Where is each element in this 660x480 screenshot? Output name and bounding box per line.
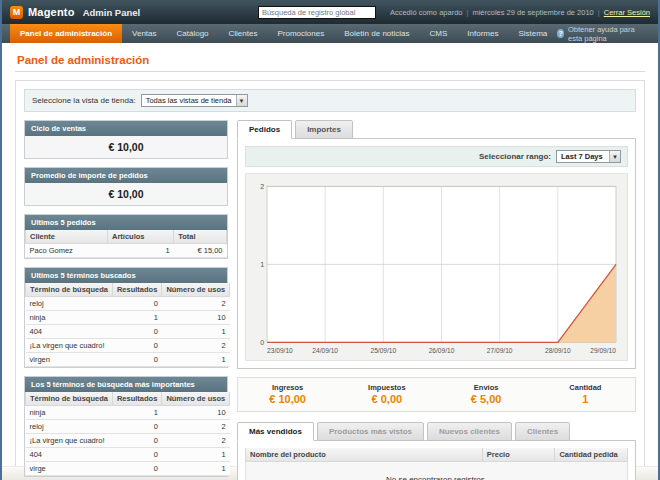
last-orders-table: Cliente Artículos Total Paco Gomez 1 € 1… bbox=[25, 230, 227, 258]
tab-bestsellers[interactable]: Más vendidos bbox=[237, 422, 314, 441]
lifetime-sales-box: Ciclo de ventas € 10,00 bbox=[24, 120, 228, 159]
cell-uses: 2 bbox=[162, 339, 230, 353]
cell-uses: 2 bbox=[162, 434, 230, 448]
column-header: Nombre del producto bbox=[246, 448, 483, 462]
total-label: Cantidad bbox=[536, 383, 635, 392]
top-search-table: Término de búsqueda Resultados Número de… bbox=[25, 392, 230, 476]
nav-item-dashboard[interactable]: Panel de administración bbox=[10, 24, 122, 43]
store-switcher-bar: Seleccione la vista de tienda: Todas las… bbox=[24, 89, 636, 112]
store-switcher-label: Seleccione la vista de tienda: bbox=[32, 96, 136, 105]
table-row[interactable]: 404 0 1 bbox=[26, 325, 230, 339]
cell-term: virge bbox=[26, 462, 113, 476]
page-title: Panel de administración bbox=[17, 54, 645, 66]
tab-amounts[interactable]: Importes bbox=[295, 120, 353, 139]
cell-term: ninja bbox=[26, 311, 113, 325]
help-label: Obtener ayuda para esta página bbox=[568, 25, 648, 43]
table-row[interactable]: reloj 0 2 bbox=[26, 297, 230, 311]
dropdown-arrow-icon: ▼ bbox=[236, 95, 247, 106]
table-row[interactable]: ninja 1 10 bbox=[26, 406, 230, 420]
global-search-input[interactable] bbox=[258, 6, 376, 19]
cell-term: ¡La virgen que cuadro! bbox=[26, 434, 113, 448]
header-bar: M Magento Admin Panel Accedió como apard… bbox=[2, 0, 658, 24]
tab-orders[interactable]: Pedidos bbox=[237, 120, 292, 139]
table-row[interactable]: reloj 0 2 bbox=[26, 420, 230, 434]
svg-text:27/09/10: 27/09/10 bbox=[487, 347, 513, 354]
header-user-info: Accedió como apardo | miércoles 29 de se… bbox=[390, 8, 650, 17]
column-header: Resultados bbox=[112, 283, 161, 297]
table-row[interactable]: ninja 1 10 bbox=[26, 311, 230, 325]
cell-term: 404 bbox=[26, 325, 113, 339]
svg-text:0: 0 bbox=[260, 339, 264, 347]
help-link[interactable]: ? Obtener ayuda para esta página bbox=[557, 24, 658, 43]
store-view-select[interactable]: Todas las vistas de tienda ▼ bbox=[141, 94, 248, 107]
logged-in-as: Accedió como apardo bbox=[390, 8, 463, 17]
last-orders-title: Ultimos 5 pedidos bbox=[25, 215, 227, 230]
column-header: Término de búsqueda bbox=[26, 283, 113, 297]
average-order-value: € 10,00 bbox=[25, 183, 227, 205]
cell-term: ¡La virgen que cuadro! bbox=[26, 339, 113, 353]
lifetime-sales-value: € 10,00 bbox=[25, 136, 227, 158]
cell-customer: Paco Gomez bbox=[26, 244, 108, 258]
logout-link[interactable]: Cerrar Sesión bbox=[604, 8, 650, 17]
store-view-select-value: Todas las vistas de tienda bbox=[142, 96, 236, 105]
cell-uses: 10 bbox=[162, 311, 230, 325]
chart-panel: Seleccionar rango: Last 7 Days ▼ 01223/0… bbox=[237, 138, 636, 369]
tab-new-customers[interactable]: Nuevos clientes bbox=[427, 422, 512, 441]
main-nav: Panel de administración Ventas Catálogo … bbox=[2, 24, 658, 43]
help-icon: ? bbox=[557, 29, 564, 38]
cell-uses: 2 bbox=[162, 297, 230, 311]
top-search-title: Los 5 términos de búsqueda más important… bbox=[25, 377, 227, 392]
tab-most-viewed[interactable]: Productos más vistos bbox=[317, 422, 424, 441]
table-row[interactable]: ¡La virgen que cuadro! 0 2 bbox=[26, 434, 230, 448]
svg-text:25/09/10: 25/09/10 bbox=[371, 347, 397, 354]
logo-subtitle: Admin Panel bbox=[83, 7, 141, 18]
nav-item-catalog[interactable]: Catálogo bbox=[167, 24, 219, 43]
cell-uses: 1 bbox=[162, 462, 230, 476]
nav-item-sales[interactable]: Ventas bbox=[122, 24, 166, 43]
cell-term: virgen bbox=[26, 353, 113, 367]
tab-customers[interactable]: Clientes bbox=[515, 422, 570, 441]
total-value: € 0,00 bbox=[337, 393, 436, 405]
average-order-box: Promedio de importe de pedidos € 10,00 bbox=[24, 167, 228, 206]
nav-item-system[interactable]: Sistema bbox=[508, 24, 557, 43]
last-search-table: Término de búsqueda Resultados Número de… bbox=[25, 283, 230, 367]
table-row[interactable]: virge 0 1 bbox=[26, 462, 230, 476]
cell-term: ninja bbox=[26, 406, 113, 420]
nav-item-reports[interactable]: Informes bbox=[457, 24, 508, 43]
table-row[interactable]: virgen 0 1 bbox=[26, 353, 230, 367]
lifetime-sales-title: Ciclo de ventas bbox=[25, 121, 227, 136]
nav-item-customers[interactable]: Clientes bbox=[219, 24, 268, 43]
cell-results: 0 bbox=[112, 448, 161, 462]
svg-text:23/09/10: 23/09/10 bbox=[267, 347, 293, 354]
total-quantity: Cantidad 1 bbox=[536, 383, 635, 405]
total-value: € 10,00 bbox=[238, 393, 337, 405]
products-panel: Nombre del producto Precio Cantidad pedi… bbox=[237, 440, 636, 480]
column-header: Número de usos bbox=[162, 283, 230, 297]
table-row[interactable]: Paco Gomez 1 € 15,00 bbox=[26, 244, 227, 258]
range-select[interactable]: Last 7 Days ▼ bbox=[556, 150, 621, 163]
svg-text:29/09/10: 29/09/10 bbox=[590, 347, 616, 354]
cell-uses: 1 bbox=[162, 353, 230, 367]
nav-item-promotions[interactable]: Promociones bbox=[267, 24, 334, 43]
nav-item-cms[interactable]: CMS bbox=[420, 24, 458, 43]
svg-text:1: 1 bbox=[260, 261, 264, 269]
cell-uses: 2 bbox=[162, 420, 230, 434]
total-value: 1 bbox=[536, 393, 635, 405]
separator: | bbox=[598, 8, 600, 17]
svg-text:2: 2 bbox=[260, 183, 264, 191]
cell-uses: 10 bbox=[162, 406, 230, 420]
dashboard-container: Seleccione la vista de tienda: Todas las… bbox=[15, 80, 645, 480]
range-select-value: Last 7 Days bbox=[557, 152, 609, 161]
cell-term: 404 bbox=[26, 448, 113, 462]
cell-results: 0 bbox=[112, 434, 161, 448]
cell-total: € 15,00 bbox=[174, 244, 227, 258]
cell-items: 1 bbox=[107, 244, 173, 258]
content-area: Panel de administración Seleccione la vi… bbox=[2, 43, 658, 466]
table-row[interactable]: ¡La virgen que cuadro! 0 2 bbox=[26, 339, 230, 353]
cell-results: 0 bbox=[112, 325, 161, 339]
nav-item-newsletter[interactable]: Boletín de noticias bbox=[334, 24, 419, 43]
table-row[interactable]: 404 0 1 bbox=[26, 448, 230, 462]
orders-chart: 01223/09/1024/09/1025/09/1026/09/1027/09… bbox=[250, 178, 623, 356]
column-header: Artículos bbox=[107, 230, 173, 244]
chart-area: 01223/09/1024/09/1025/09/1026/09/1027/09… bbox=[245, 173, 628, 361]
